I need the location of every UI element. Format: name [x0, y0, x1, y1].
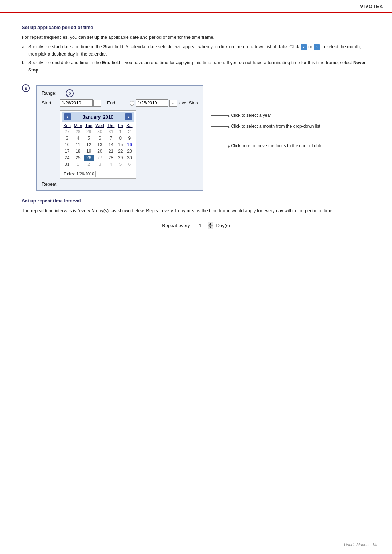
- cal-day[interactable]: 29: [84, 128, 94, 135]
- cal-day[interactable]: 27: [62, 128, 72, 135]
- cal-day[interactable]: 25: [72, 155, 83, 161]
- intro-paragraph: For repeat frequencies, you can set up t…: [22, 34, 370, 41]
- end-radio[interactable]: [130, 101, 134, 106]
- start-field-label: Start: [42, 100, 60, 106]
- cal-day[interactable]: 4: [106, 161, 116, 168]
- list-content-b: Specify the end date and time in the End…: [28, 59, 370, 74]
- cal-day[interactable]: 8: [116, 135, 125, 141]
- right-nav-arrow[interactable]: ›: [314, 44, 320, 50]
- calendar-header: ‹ January, 2010 ›: [62, 112, 134, 122]
- spinner-down-btn[interactable]: ▼: [208, 226, 213, 229]
- top-bar: VIVOTEK: [0, 0, 392, 13]
- calendar-week-1: 27 28 29 30 31 1 2: [62, 128, 134, 135]
- cal-day[interactable]: 3: [94, 161, 106, 168]
- repeat-every-input[interactable]: [194, 222, 207, 229]
- cal-day[interactable]: 11: [72, 141, 83, 148]
- diagram-box: Range: b Start ⌄ End ⌄ ever Stop ‹ Janua…: [36, 85, 203, 191]
- annotation-year: ► Click to select a year: [211, 113, 322, 118]
- cal-day[interactable]: 18: [72, 148, 83, 155]
- cal-day[interactable]: 13: [94, 141, 106, 148]
- cal-day[interactable]: 29: [116, 155, 125, 161]
- range-label: Range:: [42, 91, 64, 96]
- cal-day[interactable]: 5: [84, 135, 94, 141]
- calendar-week-5: 24 25 26 27 28 29 30: [62, 155, 134, 161]
- cal-day[interactable]: 6: [125, 161, 134, 168]
- calendar-header-row: Sun Mon Tue Wed Thu Fri Sat: [62, 123, 134, 128]
- cal-day[interactable]: 27: [94, 155, 106, 161]
- end-date-input[interactable]: [136, 99, 168, 107]
- brand-logo: VIVOTEK: [360, 4, 383, 9]
- circle-b-label: b: [66, 89, 74, 97]
- cal-day[interactable]: 15: [116, 141, 125, 148]
- end-dropdown-arrow[interactable]: ⌄: [169, 100, 177, 107]
- annotation-today: ► Click here to move the focus to the cu…: [211, 143, 322, 148]
- start-dropdown-arrow[interactable]: ⌄: [93, 100, 101, 107]
- cal-day[interactable]: 22: [116, 148, 125, 155]
- cal-day[interactable]: 20: [94, 148, 106, 155]
- cal-day[interactable]: 31: [62, 161, 72, 168]
- cal-day[interactable]: 3: [62, 135, 72, 141]
- annotations-block: ► Click to select a year ► Click to sele…: [211, 113, 322, 151]
- cal-day[interactable]: 24: [62, 155, 72, 161]
- calendar-week-3: 10 11 12 13 14 15 16: [62, 141, 134, 148]
- left-nav-arrow[interactable]: ‹: [301, 44, 307, 50]
- calendar-next-btn[interactable]: ›: [125, 113, 132, 120]
- cal-day[interactable]: 1: [116, 128, 125, 135]
- cal-day[interactable]: 6: [94, 135, 106, 141]
- list-label-b: b.: [22, 59, 28, 66]
- section2-heading: Set up repeat time interval: [22, 198, 370, 204]
- col-sat: Sat: [125, 123, 134, 128]
- col-tue: Tue: [84, 123, 94, 128]
- cal-day[interactable]: 21: [106, 148, 116, 155]
- cal-day[interactable]: 31: [106, 128, 116, 135]
- calendar-week-4: 17 18 19 20 21 22 23: [62, 148, 134, 155]
- cal-day[interactable]: 17: [62, 148, 72, 155]
- calendar-week-6: 31 1 2 3 4 5 6: [62, 161, 134, 168]
- cal-day[interactable]: 10: [62, 141, 72, 148]
- cal-day[interactable]: 2: [84, 161, 94, 168]
- col-wed: Wed: [94, 123, 106, 128]
- cal-day[interactable]: 2: [125, 128, 134, 135]
- section1-heading: Set up applicable period of time: [22, 25, 370, 30]
- cal-day[interactable]: 1: [72, 161, 83, 168]
- calendar-today-footer[interactable]: Today: 1/26/2010: [62, 171, 96, 177]
- cal-day[interactable]: 7: [106, 135, 116, 141]
- repeat-every-spinner[interactable]: ▲ ▼: [208, 222, 213, 229]
- cal-day[interactable]: 28: [106, 155, 116, 161]
- calendar-month-year[interactable]: January, 2010: [82, 114, 113, 120]
- cal-day-selected[interactable]: 26: [84, 155, 94, 161]
- page-footer: User's Manual - 99: [344, 542, 377, 547]
- calendar-week-2: 3 4 5 6 7 8 9: [62, 135, 134, 141]
- calendar-popup: ‹ January, 2010 › Sun Mon Tue Wed Thu Fr…: [60, 110, 136, 179]
- repeat-every-label: Repeat every: [162, 223, 190, 228]
- annotation-month-text: Click to select a month from the drop-do…: [231, 124, 320, 129]
- cal-day[interactable]: 9: [125, 135, 134, 141]
- cal-day[interactable]: 28: [72, 128, 83, 135]
- cal-day[interactable]: 4: [72, 135, 83, 141]
- cal-day[interactable]: 23: [125, 148, 134, 155]
- cal-day[interactable]: 14: [106, 141, 116, 148]
- col-thu: Thu: [106, 123, 116, 128]
- cal-day[interactable]: 30: [94, 128, 106, 135]
- start-date-input[interactable]: [60, 99, 93, 107]
- repeat-row: Repeat: [42, 181, 198, 187]
- calendar-prev-btn[interactable]: ‹: [64, 113, 71, 120]
- calendar-table: Sun Mon Tue Wed Thu Fri Sat 27 28: [62, 123, 134, 168]
- cal-day[interactable]: 12: [84, 141, 94, 148]
- repeat-label: Repeat: [42, 181, 64, 187]
- main-content: Set up applicable period of time For rep…: [0, 13, 392, 251]
- repeat-every-row: Repeat every ▲ ▼ Day(s): [22, 222, 370, 229]
- annotation-year-text: Click to select a year: [231, 113, 271, 118]
- col-mon: Mon: [72, 123, 83, 128]
- list-item-b: b. Specify the end date and time in the …: [22, 59, 370, 74]
- cal-day[interactable]: 19: [84, 148, 94, 155]
- section2-body: The repeat time intervals is "every N da…: [22, 207, 370, 214]
- never-stop-text: ever Stop: [179, 100, 198, 106]
- spinner-up-btn[interactable]: ▲: [208, 222, 213, 226]
- cal-day[interactable]: 30: [125, 155, 134, 161]
- cal-day[interactable]: 16: [125, 141, 134, 148]
- end-field-label: End: [107, 100, 125, 106]
- cal-day[interactable]: 5: [116, 161, 125, 168]
- col-sun: Sun: [62, 123, 72, 128]
- range-row: Range: b: [42, 89, 198, 97]
